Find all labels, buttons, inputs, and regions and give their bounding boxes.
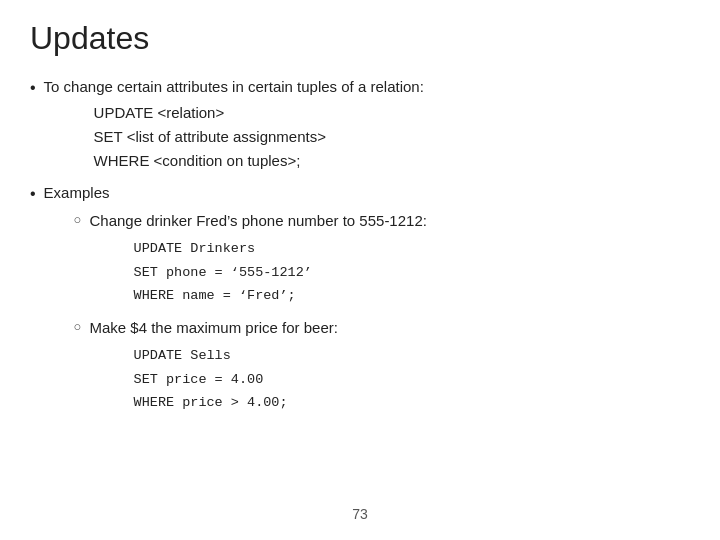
bullet-1-code-block: UPDATE <relation> SET <list of attribute… [94,101,690,173]
sub-item-1-code: UPDATE Drinkers SET phone = ‘555-1212’ W… [134,237,690,308]
content-area: • To change certain attributes in certai… [30,75,690,419]
code-line-1: UPDATE <relation> [94,101,690,125]
bullet-item-1: • To change certain attributes in certai… [30,75,690,175]
code-line-2: SET <list of attribute assignments> [94,125,690,149]
page-title: Updates [30,20,690,57]
page-number: 73 [352,506,368,522]
sub-item-1-text: Change drinker Fred’s phone number to 55… [89,209,690,233]
bullet-1-text: To change certain attributes in certain … [44,75,690,175]
bullet-item-2: • Examples ○ Change drinker Fred’s phone… [30,181,690,419]
bullet-2-symbol: • [30,181,36,207]
bullet-2-text: Examples ○ Change drinker Fred’s phone n… [44,181,690,419]
sub-bullet-1: ○ [74,209,82,231]
sub-item-2-text: Make $4 the maximum price for beer: [89,316,690,340]
sub-item-1: ○ Change drinker Fred’s phone number to … [74,209,690,233]
sub-bullet-2: ○ [74,316,82,338]
bullet-1-symbol: • [30,75,36,101]
sub-item-2: ○ Make $4 the maximum price for beer: [74,316,690,340]
code-line-3: WHERE <condition on tuples>; [94,149,690,173]
sub-list: ○ Change drinker Fred’s phone number to … [74,209,690,415]
sub-item-2-code: UPDATE Sells SET price = 4.00 WHERE pric… [134,344,690,415]
bullet-1-label: To change certain attributes in certain … [44,78,424,95]
examples-label: Examples [44,184,110,201]
